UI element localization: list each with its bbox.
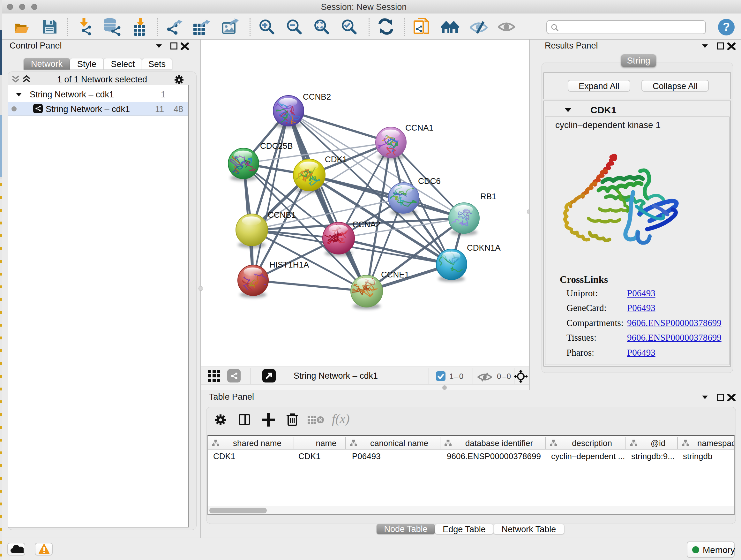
svg-text:CDKN1A: CDKN1A <box>467 243 501 253</box>
svg-text:CCNB2: CCNB2 <box>303 92 331 102</box>
svg-text:HIST1H1A: HIST1H1A <box>269 260 309 269</box>
svg-text:CDC25B: CDC25B <box>260 141 293 151</box>
svg-text:CCNA1: CCNA1 <box>405 123 433 132</box>
svg-text:CCNE1: CCNE1 <box>381 270 409 279</box>
svg-text:CCNA2: CCNA2 <box>352 220 381 229</box>
svg-text:CDC6: CDC6 <box>418 176 441 186</box>
svg-text:RB1: RB1 <box>480 192 496 201</box>
svg-text:CCNB1: CCNB1 <box>268 210 296 220</box>
svg-text:CDK1: CDK1 <box>325 154 347 164</box>
